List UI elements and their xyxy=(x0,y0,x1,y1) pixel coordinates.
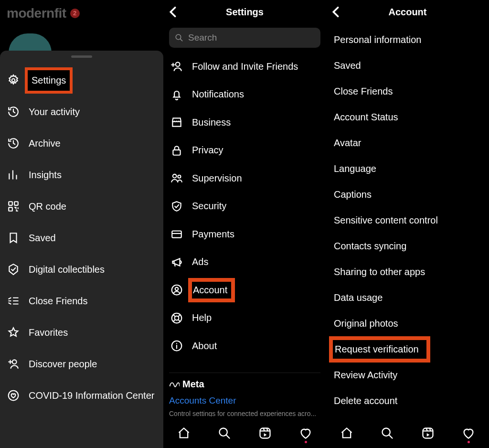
settings-item-security[interactable]: Security xyxy=(163,192,326,221)
star-icon xyxy=(7,326,20,339)
menu-item-discover-people[interactable]: Discover people xyxy=(0,348,163,380)
account-item-language[interactable]: Language xyxy=(326,156,489,181)
account-item-close-friends[interactable]: Close Friends xyxy=(326,78,489,104)
account-item-saved[interactable]: Saved xyxy=(326,53,489,78)
svg-point-5 xyxy=(9,391,19,401)
menu-item-label: Your activity xyxy=(29,107,80,117)
meta-infinity-icon xyxy=(169,381,180,388)
heart-circle-icon xyxy=(7,389,20,402)
nav-activity[interactable] xyxy=(298,426,313,440)
clock-activity-icon xyxy=(7,105,20,118)
nav-search[interactable] xyxy=(217,426,232,440)
add-person-icon xyxy=(7,357,20,371)
account-header: Account xyxy=(326,0,489,24)
account-item-original-photos[interactable]: Original photos xyxy=(326,310,489,336)
account-item-label: Language xyxy=(334,163,376,174)
menu-item-label: Saved xyxy=(29,233,56,244)
svg-rect-1 xyxy=(9,202,12,205)
lifebuoy-icon xyxy=(170,311,183,325)
settings-item-label: Notifications xyxy=(192,89,244,100)
account-item-sensitive-content[interactable]: Sensitive content control xyxy=(326,207,489,233)
menu-item-insights[interactable]: Insights xyxy=(0,159,163,191)
account-item-label: Saved xyxy=(334,60,361,71)
account-label-highlighted: Account xyxy=(190,280,233,300)
close-friends-icon xyxy=(7,294,20,308)
menu-item-settings[interactable]: Settings xyxy=(0,64,163,96)
account-item-label: Avatar xyxy=(334,138,361,149)
search-input[interactable]: Search xyxy=(169,28,320,48)
svg-point-13 xyxy=(175,288,179,291)
menu-item-label: QR code xyxy=(29,201,66,212)
account-panel: Account Personal information Saved Close… xyxy=(326,0,489,448)
settings-item-about[interactable]: About xyxy=(163,332,326,360)
menu-item-covid-info[interactable]: COVID-19 Information Center xyxy=(0,380,163,411)
account-item-personal-info[interactable]: Personal information xyxy=(326,27,489,53)
settings-item-notifications[interactable]: Notifications xyxy=(163,81,326,109)
divider xyxy=(169,373,320,373)
settings-item-label: Payments xyxy=(192,229,234,240)
svg-rect-3 xyxy=(9,207,12,211)
svg-point-0 xyxy=(12,79,15,82)
account-item-captions[interactable]: Captions xyxy=(326,181,489,207)
shield-check-icon xyxy=(170,200,183,213)
menu-item-label: Discover people xyxy=(29,359,97,370)
sheet-grabber[interactable] xyxy=(71,55,92,58)
nav-search[interactable] xyxy=(380,426,394,440)
settings-item-privacy[interactable]: Privacy xyxy=(163,137,326,165)
menu-item-qr-code[interactable]: QR code xyxy=(0,191,163,222)
svg-point-15 xyxy=(175,316,179,320)
storefront-icon xyxy=(170,116,183,129)
settings-item-business[interactable]: Business xyxy=(163,108,326,137)
accounts-center-link[interactable]: Accounts Center xyxy=(169,395,320,406)
menu-item-close-friends[interactable]: Close Friends xyxy=(0,285,163,317)
account-item-avatar[interactable]: Avatar xyxy=(326,130,489,156)
settings-item-help[interactable]: Help xyxy=(163,304,326,332)
account-item-data-usage[interactable]: Data usage xyxy=(326,285,489,310)
account-item-label: Original photos xyxy=(334,318,398,329)
svg-point-10 xyxy=(178,175,181,178)
menu-item-saved[interactable]: Saved xyxy=(0,222,163,254)
menu-item-label: COVID-19 Information Center xyxy=(29,390,154,401)
svg-point-4 xyxy=(12,360,17,364)
account-item-label: Sharing to other apps xyxy=(334,267,425,277)
search-icon xyxy=(175,33,183,42)
nav-reels[interactable] xyxy=(258,426,272,440)
settings-panel: Settings Search Follow and Invite Friend… xyxy=(163,0,326,448)
nav-home[interactable] xyxy=(340,426,354,440)
account-item-request-verification[interactable]: Request verification xyxy=(326,336,489,362)
nav-home[interactable] xyxy=(177,426,191,440)
settings-item-ads[interactable]: Ads xyxy=(163,248,326,277)
brand-bar: modernfit 2 xyxy=(0,0,163,26)
menu-item-label: Close Friends xyxy=(29,296,87,307)
menu-sheet: Settings Your activity Archive Insights … xyxy=(0,51,163,448)
nav-reels[interactable] xyxy=(421,426,435,440)
bookmark-icon xyxy=(7,231,20,245)
settings-item-follow-invite[interactable]: Follow and Invite Friends xyxy=(163,53,326,81)
svg-rect-11 xyxy=(172,231,181,238)
account-item-account-status[interactable]: Account Status xyxy=(326,104,489,130)
account-item-contacts-syncing[interactable]: Contacts syncing xyxy=(326,233,489,259)
settings-item-payments[interactable]: Payments xyxy=(163,220,326,248)
settings-item-supervision[interactable]: Supervision xyxy=(163,164,326,192)
settings-item-label: Security xyxy=(192,201,226,212)
settings-item-account[interactable]: Account xyxy=(163,276,326,304)
nav-activity[interactable] xyxy=(461,426,476,440)
settings-item-label: Ads xyxy=(192,256,208,267)
qr-code-icon xyxy=(7,200,20,213)
bell-icon xyxy=(170,88,183,101)
menu-item-archive[interactable]: Archive xyxy=(0,128,163,159)
menu-item-digital-collectibles[interactable]: Digital collectibles xyxy=(0,254,163,285)
account-item-sharing-apps[interactable]: Sharing to other apps xyxy=(326,259,489,285)
settings-item-label: About xyxy=(192,341,217,352)
settings-header: Settings xyxy=(163,0,326,24)
account-item-label: Personal information xyxy=(334,34,421,45)
menu-item-favorites[interactable]: Favorites xyxy=(0,317,163,348)
settings-label-highlighted: Settings xyxy=(27,69,71,92)
settings-item-label: Help xyxy=(192,312,212,323)
profile-menu-panel: modernfit 2 Settings Your activity Archi… xyxy=(0,0,163,448)
account-item-delete-account[interactable]: Delete account xyxy=(326,388,489,414)
account-item-label: Delete account xyxy=(334,395,397,406)
menu-item-your-activity[interactable]: Your activity xyxy=(0,96,163,128)
brand-name: modernfit xyxy=(7,6,66,21)
account-item-review-activity[interactable]: Review Activity xyxy=(326,362,489,388)
